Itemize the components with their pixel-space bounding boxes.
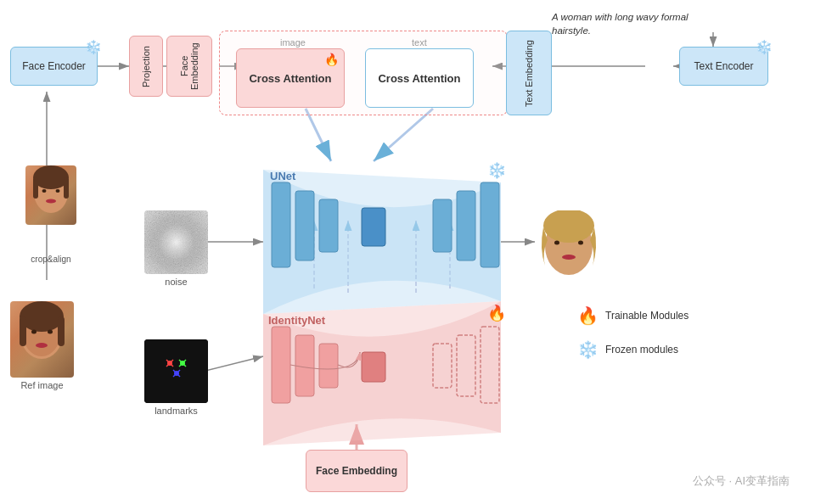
face-encoder-label: Face Encoder [22, 60, 86, 72]
face-embedding-bottom-box: Face Embedding [306, 450, 408, 492]
face-embedding-top-label: Face Embedding [179, 36, 200, 96]
svg-rect-27 [481, 182, 499, 267]
svg-point-64 [554, 241, 559, 245]
cross-attention-image-fire: 🔥 [324, 53, 339, 66]
svg-line-10 [306, 109, 331, 161]
snowflake-legend-icon: ❄️ [577, 339, 599, 360]
text-section-label: text [412, 37, 427, 48]
noise-image [144, 210, 208, 274]
svg-rect-21 [272, 182, 290, 267]
svg-point-65 [578, 241, 583, 245]
svg-rect-39 [58, 316, 65, 346]
svg-line-11 [374, 109, 433, 161]
svg-point-40 [31, 330, 37, 334]
landmarks-image [144, 339, 208, 403]
unet-snowflake: ❄️ [487, 163, 506, 178]
crop-align-label: crop&align [25, 255, 76, 264]
noise-label: noise [144, 277, 208, 287]
face-encoder-snowflake: ❄️ [85, 41, 102, 54]
svg-point-49 [46, 199, 56, 204]
trainable-label: Trainable Modules [605, 310, 689, 322]
text-encoder-label: Text Encoder [694, 60, 753, 72]
svg-rect-45 [33, 177, 38, 199]
legend-trainable: 🔥 Trainable Modules [577, 305, 689, 326]
diagram: A woman with long wavy formal hairstyle.… [0, 0, 815, 504]
legend-frozen: ❄️ Frozen modules [577, 339, 678, 360]
watermark: 公众号 · AI变革指南 [693, 473, 790, 489]
face-encoder-input [25, 165, 76, 225]
unet-label: UNet [270, 170, 295, 182]
cross-attention-image-label: Cross Attention [249, 72, 331, 85]
text-embedding-label: Text Embedding [524, 40, 534, 107]
svg-rect-26 [457, 191, 475, 260]
identitynet-fire: 🔥 [487, 305, 506, 321]
svg-rect-29 [295, 335, 314, 396]
ref-image [10, 301, 74, 378]
output-face [535, 210, 603, 283]
projection-box: Projection [129, 36, 163, 97]
svg-rect-33 [457, 335, 475, 396]
svg-point-42 [36, 343, 48, 348]
svg-rect-22 [295, 191, 314, 260]
ref-image-label: Ref image [10, 380, 74, 390]
svg-rect-28 [272, 327, 290, 403]
svg-point-47 [42, 189, 47, 193]
image-section-label: image [280, 37, 306, 48]
text-embedding-box: Text Embedding [506, 31, 552, 115]
svg-rect-24 [362, 208, 385, 246]
cross-attention-text-box: Cross Attention [365, 48, 474, 108]
cross-attention-text-label: Cross Attention [378, 72, 460, 85]
svg-point-66 [562, 255, 576, 260]
svg-rect-46 [64, 177, 69, 199]
svg-rect-32 [433, 344, 452, 388]
svg-rect-25 [433, 199, 452, 252]
cross-attention-image-box: Cross Attention 🔥 [236, 48, 345, 108]
svg-point-41 [48, 330, 53, 334]
svg-point-48 [56, 189, 60, 193]
svg-rect-31 [362, 352, 385, 382]
identitynet-label: IdentityNet [268, 314, 325, 327]
svg-rect-51 [144, 210, 208, 274]
svg-rect-30 [319, 344, 338, 388]
svg-rect-38 [20, 316, 26, 346]
face-embedding-bottom-label: Face Embedding [316, 465, 397, 477]
svg-rect-23 [319, 199, 338, 252]
landmarks-label: landmarks [144, 406, 208, 416]
frozen-label: Frozen modules [605, 344, 678, 356]
svg-point-44 [33, 165, 69, 189]
face-embedding-top-box: Face Embedding [166, 36, 212, 97]
text-encoder-snowflake: ❄️ [756, 41, 773, 54]
caption-text: A woman with long wavy formal hairstyle. [552, 10, 722, 37]
projection-label: Projection [141, 46, 151, 87]
svg-rect-34 [481, 327, 499, 403]
fire-legend-icon: 🔥 [577, 305, 599, 326]
